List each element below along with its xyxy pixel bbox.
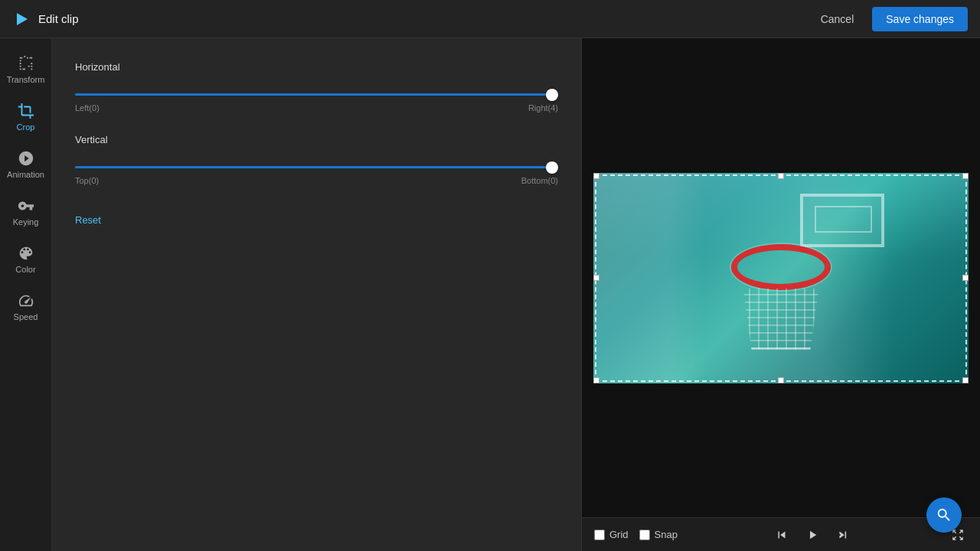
- horizontal-label: Horizontal: [75, 61, 558, 73]
- preview-area: [582, 38, 980, 517]
- page-title: Edit clip: [38, 12, 79, 25]
- vertical-top-label: Top(0): [75, 176, 99, 185]
- vertical-slider[interactable]: [75, 166, 558, 168]
- preview-panel: Grid Snap: [582, 38, 980, 551]
- hoop-backboard: [800, 194, 884, 247]
- vertical-slider-container: [75, 158, 558, 171]
- snap-label: Snap: [655, 529, 678, 540]
- sidebar: Transform Crop Animation Keying Color: [0, 38, 52, 551]
- grid-checkbox[interactable]: [594, 530, 605, 540]
- animation-label: Animation: [7, 170, 44, 179]
- topbar-left: Edit clip: [12, 10, 79, 28]
- preview-image: [593, 173, 969, 383]
- skip-end-icon: [836, 528, 850, 542]
- main-layout: Transform Crop Animation Keying Color: [0, 38, 980, 551]
- app-logo: [12, 10, 31, 28]
- save-changes-button[interactable]: Save changes: [872, 7, 968, 31]
- topbar-right: Cancel Save changes: [810, 7, 968, 31]
- snap-checkbox-group[interactable]: Snap: [639, 529, 678, 540]
- vertical-bottom-label: Bottom(0): [521, 176, 558, 185]
- color-icon: [18, 245, 34, 262]
- skip-to-end-button[interactable]: [833, 525, 853, 545]
- crop-icon: [18, 103, 34, 119]
- court-bg: [593, 173, 969, 383]
- keying-icon: [18, 197, 34, 214]
- skip-to-start-button[interactable]: [772, 525, 792, 545]
- sidebar-item-transform[interactable]: Transform: [4, 47, 48, 92]
- horizontal-slider[interactable]: [75, 93, 558, 96]
- grid-checkbox-group[interactable]: Grid: [594, 529, 629, 540]
- horizontal-slider-container: [75, 85, 558, 99]
- vertical-slider-labels: Top(0) Bottom(0): [75, 176, 558, 185]
- preview-controls-bar: Grid Snap: [582, 517, 980, 551]
- sidebar-item-speed[interactable]: Speed: [4, 285, 48, 329]
- crop-label: Crop: [17, 122, 35, 132]
- transform-icon: [18, 55, 34, 72]
- grid-label: Grid: [609, 529, 629, 540]
- hoop-ring: [731, 244, 831, 290]
- horizontal-left-label: Left(0): [75, 103, 100, 112]
- animation-icon: [18, 150, 34, 167]
- horizontal-slider-labels: Left(0) Right(4): [75, 103, 558, 112]
- vertical-section: Vertical Top(0) Bottom(0): [75, 134, 558, 185]
- skip-start-icon: [775, 528, 789, 542]
- speed-label: Speed: [14, 312, 38, 321]
- vertical-label: Vertical: [75, 134, 558, 145]
- snap-checkbox[interactable]: [639, 530, 650, 540]
- horizontal-section: Horizontal Left(0) Right(4): [75, 61, 558, 112]
- horizontal-right-label: Right(4): [528, 103, 558, 112]
- svg-marker-0: [17, 13, 28, 25]
- play-icon: [805, 528, 819, 542]
- topbar: Edit clip Cancel Save changes: [0, 0, 980, 38]
- search-icon: [936, 507, 952, 523]
- cancel-button[interactable]: Cancel: [810, 8, 865, 30]
- color-label: Color: [15, 265, 35, 274]
- sidebar-item-crop[interactable]: Crop: [4, 95, 48, 139]
- sidebar-item-animation[interactable]: Animation: [4, 142, 48, 187]
- hoop-net: [739, 289, 823, 350]
- reset-button[interactable]: Reset: [75, 214, 101, 226]
- search-fab[interactable]: [926, 497, 962, 533]
- keying-label: Keying: [13, 217, 39, 227]
- sidebar-item-keying[interactable]: Keying: [4, 190, 48, 234]
- transform-label: Transform: [7, 75, 45, 84]
- sidebar-item-color[interactable]: Color: [4, 237, 48, 282]
- play-button[interactable]: [802, 525, 822, 545]
- crop-content-panel: Horizontal Left(0) Right(4) Vertical Top…: [52, 38, 582, 551]
- speed-icon: [18, 292, 34, 309]
